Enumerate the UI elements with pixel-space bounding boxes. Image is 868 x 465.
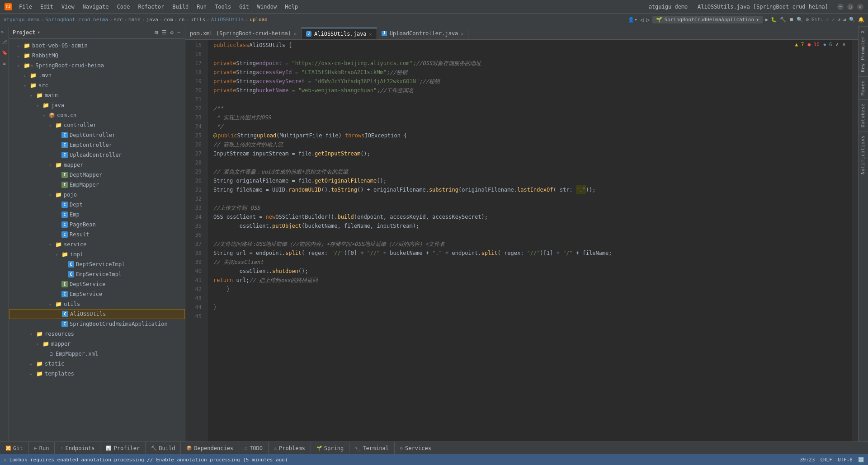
bottom-tab-terminal[interactable]: >_Terminal xyxy=(349,442,395,454)
tree-item-DeptServiceImpl[interactable]: CDeptServiceImpl xyxy=(9,259,185,269)
right-panel-maven[interactable]: Maven xyxy=(859,76,868,99)
bottom-tab-services[interactable]: ⚙Services xyxy=(395,442,437,454)
git-check1[interactable]: ✓ xyxy=(826,17,830,23)
right-panel-database[interactable]: Database xyxy=(859,99,868,131)
bottom-tab-spring[interactable]: 🌱Spring xyxy=(311,442,349,454)
menu-build[interactable]: Build xyxy=(169,3,192,11)
tree-item-SpringBootCrudHeimaApplication[interactable]: CSpringBootCrudHeimaApplication xyxy=(9,319,185,329)
right-panel-notifications[interactable]: Notifications xyxy=(859,132,868,178)
editor-tab-pom-xml--springboot-crud-heima-[interactable]: pom.xml (SpringBoot-crud-heima)✕ xyxy=(185,28,302,39)
menu-edit[interactable]: Edit xyxy=(37,3,57,11)
tree-item-EmpController[interactable]: CEmpController xyxy=(9,140,185,150)
tree-item-AliOSSUtils[interactable]: CAliOSSUtils xyxy=(9,309,185,319)
collapse-all-icon[interactable]: ☰ xyxy=(161,28,168,37)
build-button[interactable]: 🔨 xyxy=(780,17,786,23)
hide-panel-icon[interactable]: − xyxy=(176,28,181,37)
tree-item-DeptMapper[interactable]: IDeptMapper xyxy=(9,170,185,180)
bottom-tab-endpoints[interactable]: ⚡Endpoints xyxy=(55,442,100,454)
settings-button[interactable]: ⚙ xyxy=(806,17,809,23)
tree-item-mapper[interactable]: ▾📁mapper xyxy=(9,160,185,170)
tree-item-DeptController[interactable]: CDeptController xyxy=(9,130,185,140)
code-content[interactable]: public class AliOSSUtils { private Strin… xyxy=(208,40,852,442)
tree-item-static[interactable]: ▸📁static xyxy=(9,359,185,369)
stop-button[interactable]: ⏹ xyxy=(789,17,794,23)
menu-file[interactable]: File xyxy=(15,3,36,11)
tree-item-controller[interactable]: ▾📁controller xyxy=(9,120,185,130)
commit-icon[interactable]: ⎇ xyxy=(1,39,8,47)
tree-item-PageBean[interactable]: CPageBean xyxy=(9,220,185,230)
menu-help[interactable]: Help xyxy=(281,3,302,11)
tab-close-icon[interactable]: ✕ xyxy=(461,31,463,36)
menu-git[interactable]: Git xyxy=(236,3,253,11)
maximize-button[interactable]: □ xyxy=(847,4,854,10)
tree-item-utils[interactable]: ▾📁utils xyxy=(9,299,185,309)
menu-view[interactable]: View xyxy=(58,3,78,11)
git-translate[interactable]: ⇄ xyxy=(843,17,846,23)
tree-item-service[interactable]: ▾📁service xyxy=(9,240,185,249)
expand-code-icon[interactable]: ∨ xyxy=(842,42,845,47)
bottom-tab-problems[interactable]: ⚠Problems xyxy=(269,442,311,454)
notification-btn[interactable]: 🔔 xyxy=(858,17,864,23)
search-button[interactable]: 🔍 xyxy=(797,17,803,23)
bottom-tab-build[interactable]: 🔨Build xyxy=(146,442,181,454)
expand-all-icon[interactable]: ⊞ xyxy=(154,28,159,37)
menu-navigate[interactable]: Navigate xyxy=(79,3,113,11)
tree-item-EmpMapper[interactable]: IEmpMapper xyxy=(9,180,185,190)
bottom-tab-todo[interactable]: ☑TODO xyxy=(239,442,269,454)
global-search[interactable]: 🔍 xyxy=(849,17,855,23)
tree-item-EmpServiceImpl[interactable]: CEmpServiceImpl xyxy=(9,269,185,279)
breadcrumb-module[interactable]: SpringBoot-crud-heima xyxy=(45,17,108,23)
tree-item-mvn[interactable]: ▸📁.mvn xyxy=(9,70,185,80)
tree-item-EmpMapper-xml[interactable]: 🗋EmpMapper.xml xyxy=(9,349,185,359)
bottom-tab-run[interactable]: ▶Run xyxy=(29,442,55,454)
tree-item-UploadController[interactable]: CUploadController xyxy=(9,150,185,160)
tree-item-rabbitmq[interactable]: ▸📁RabbitMQ xyxy=(9,51,185,61)
menu-refactor[interactable]: Refactor xyxy=(134,3,168,11)
tree-item-Dept[interactable]: CDept xyxy=(9,200,185,210)
bottom-tab-dependencies[interactable]: 📦Dependencies xyxy=(181,442,239,454)
tree-item-DeptService[interactable]: IDeptService xyxy=(9,279,185,289)
nav-navigate[interactable]: ◁ xyxy=(640,16,644,23)
project-icon[interactable]: P xyxy=(1,28,8,36)
menu-window[interactable]: Window xyxy=(254,3,280,11)
tab-close-icon[interactable]: ✕ xyxy=(294,31,297,36)
editor-tab-uploadcontroller-java[interactable]: JUploadController.java✕ xyxy=(377,28,469,39)
minimize-button[interactable]: ─ xyxy=(837,4,844,10)
tree-item-com-cn[interactable]: ▾📦com.cn xyxy=(9,110,185,120)
bottom-tab-git[interactable]: 🔀Git xyxy=(0,442,29,454)
run-config[interactable]: 🌱 SpringBootCrudHeimaApplication ▾ xyxy=(652,16,762,23)
tab-close-icon[interactable]: ✕ xyxy=(369,32,372,37)
tree-item-templates[interactable]: ▸📁templates xyxy=(9,369,185,379)
tree-item-pojo[interactable]: ▾📁pojo xyxy=(9,190,185,200)
git-check2[interactable]: ✓ xyxy=(832,17,835,23)
tree-item-mapper-res[interactable]: ▾📁mapper xyxy=(9,339,185,349)
breadcrumb-project[interactable]: atguigu-demo xyxy=(4,17,39,23)
bottom-tab-profiler[interactable]: 📊Profiler xyxy=(100,442,146,454)
tree-item-springboot-crud[interactable]: ▾📁⚠SpringBoot-crud-heima xyxy=(9,61,185,70)
settings-icon[interactable]: ⚙ xyxy=(170,28,175,37)
nav-forward[interactable]: ▷ xyxy=(646,16,650,23)
tree-item-boot-web[interactable]: ▸📁boot-web-05-admin xyxy=(9,41,185,51)
run-button[interactable]: ▶ xyxy=(765,17,769,23)
tree-item-Emp[interactable]: CEmp xyxy=(9,210,185,220)
right-panel-key-promoter[interactable]: Key Promoter X xyxy=(859,26,868,76)
menu-code[interactable]: Code xyxy=(113,3,134,11)
debug-button[interactable]: 🐛 xyxy=(771,17,777,23)
tree-item-impl[interactable]: ▾📁impl xyxy=(9,249,185,259)
tree-item-main[interactable]: ▾📁main xyxy=(9,90,185,100)
right-scrollbar[interactable] xyxy=(852,40,858,442)
tree-item-java[interactable]: ▾📁java xyxy=(9,100,185,110)
tree-item-EmpService[interactable]: CEmpService xyxy=(9,289,185,299)
bookmark-icon[interactable]: 🔖 xyxy=(1,50,8,57)
tree-item-resources[interactable]: ▾📁resources xyxy=(9,329,185,339)
editor-tab-aliossutils-java[interactable]: JAliOSSUtils.java✕ xyxy=(302,28,377,39)
close-button[interactable]: ✕ xyxy=(857,4,863,10)
tree-item-src[interactable]: ▾📁src xyxy=(9,80,185,90)
git-refresh[interactable]: ↺ xyxy=(838,17,841,23)
menu-tools[interactable]: Tools xyxy=(211,3,235,11)
collapse-code-icon[interactable]: ∧ xyxy=(836,42,839,47)
menu-run[interactable]: Run xyxy=(193,3,210,11)
structure-icon[interactable]: ≡ xyxy=(1,61,8,68)
tree-item-Result[interactable]: CResult xyxy=(9,230,185,240)
nav-back[interactable]: 👤▾ xyxy=(628,17,637,23)
